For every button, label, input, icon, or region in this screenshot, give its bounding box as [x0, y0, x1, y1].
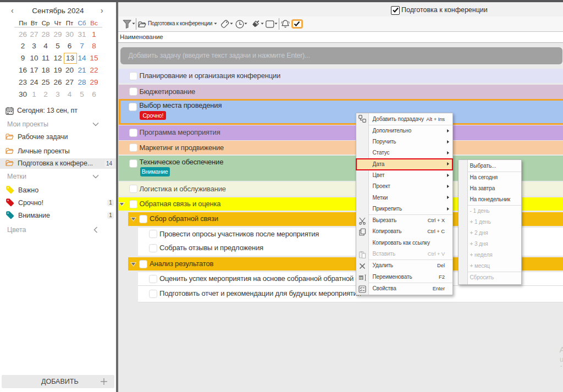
svg-text:re: re [359, 275, 362, 279]
